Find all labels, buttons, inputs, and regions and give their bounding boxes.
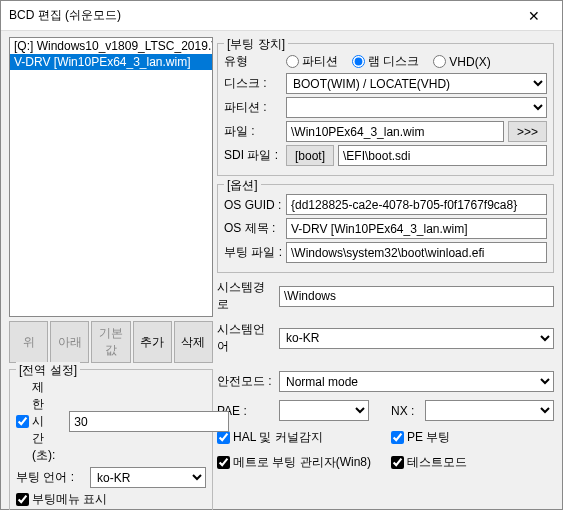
nx-label: NX : [391,404,421,418]
left-column: [Q:] Windows10_v1809_LTSC_2019.VHD V-DRV… [9,37,213,510]
os-title-label: OS 제목 : [224,220,282,237]
timeout-input[interactable] [69,411,229,432]
pae-select[interactable] [279,400,369,421]
nx-select[interactable] [425,400,554,421]
type-label: 유형 [224,53,282,70]
timeout-checkbox[interactable] [16,415,29,428]
show-bootmenu-label: 부팅메뉴 표시 [32,491,107,508]
bootlang-label: 부팅 언어 : [16,469,86,486]
titlebar: BCD 편집 (쉬운모드) ✕ [1,1,562,31]
syspath-label: 시스템경로 [217,279,275,313]
options-legend: [옵션] [224,177,261,194]
disk-select[interactable]: BOOT(WIM) / LOCATE(VHD) [286,73,547,94]
safemode-select[interactable]: Normal mode [279,371,554,392]
move-down-button[interactable]: 아래 [50,321,89,363]
list-button-row: 위 아래 기본값 추가 삭제 [9,321,213,363]
partition-radio[interactable] [286,55,299,68]
os-title-input[interactable] [286,218,547,239]
options-group: [옵션] OS GUID : {dd128825-ca2e-4078-b705-… [217,184,554,273]
disk-label: 디스크 : [224,75,282,92]
boot-device-legend: [부팅 장치] [224,36,288,53]
syslang-label: 시스템언어 [217,321,275,355]
sdi-input[interactable] [338,145,547,166]
list-item[interactable]: V-DRV [Win10PEx64_3_lan.wim] [10,54,212,70]
timeout-label: 제한 시간 (초): [32,379,55,464]
ramdisk-radio[interactable] [352,55,365,68]
guid-label: OS GUID : [224,198,282,212]
right-column: [부팅 장치] 유형 파티션 램 디스크 VHD(X) 디스크 : BOOT(W… [217,37,554,510]
hal-checkbox[interactable] [217,431,230,444]
partition-select[interactable] [286,97,547,118]
syspath-input[interactable] [279,286,554,307]
bootfile-label: 부팅 파일 : [224,244,282,261]
add-button[interactable]: 추가 [133,321,172,363]
syslang-select[interactable]: ko-KR [279,328,554,349]
file-label: 파일 : [224,123,282,140]
boot-entries-list[interactable]: [Q:] Windows10_v1809_LTSC_2019.VHD V-DRV… [9,37,213,317]
show-bootmenu-checkbox[interactable] [16,493,29,506]
close-icon[interactable]: ✕ [514,1,554,31]
list-item[interactable]: [Q:] Windows10_v1809_LTSC_2019.VHD [10,38,212,54]
guid-value: {dd128825-ca2e-4078-b705-f0f1767f9ca8} [286,194,547,215]
sdi-label: SDI 파일 : [224,147,282,164]
window-title: BCD 편집 (쉬운모드) [9,7,514,24]
bootfile-input[interactable] [286,242,547,263]
move-up-button[interactable]: 위 [9,321,48,363]
sdi-boot-button[interactable]: [boot] [286,145,334,166]
global-settings-group: [전역 설정] 제한 시간 (초): 부팅 언어 : ko-KR 부팅메뉴 표시… [9,369,213,510]
delete-button[interactable]: 삭제 [174,321,213,363]
safemode-label: 안전모드 : [217,373,275,390]
vhd-radio[interactable] [433,55,446,68]
file-browse-button[interactable]: >>> [508,121,547,142]
metro-checkbox[interactable] [217,456,230,469]
boot-device-group: [부팅 장치] 유형 파티션 램 디스크 VHD(X) 디스크 : BOOT(W… [217,43,554,176]
global-settings-legend: [전역 설정] [16,362,80,379]
bcd-edit-window: BCD 편집 (쉬운모드) ✕ [Q:] Windows10_v1809_LTS… [0,0,563,510]
partition-label: 파티션 : [224,99,282,116]
file-input[interactable] [286,121,504,142]
default-button[interactable]: 기본값 [91,321,130,363]
testmode-checkbox[interactable] [391,456,404,469]
pe-boot-checkbox[interactable] [391,431,404,444]
bootlang-select[interactable]: ko-KR [90,467,206,488]
content-area: [Q:] Windows10_v1809_LTSC_2019.VHD V-DRV… [1,31,562,510]
